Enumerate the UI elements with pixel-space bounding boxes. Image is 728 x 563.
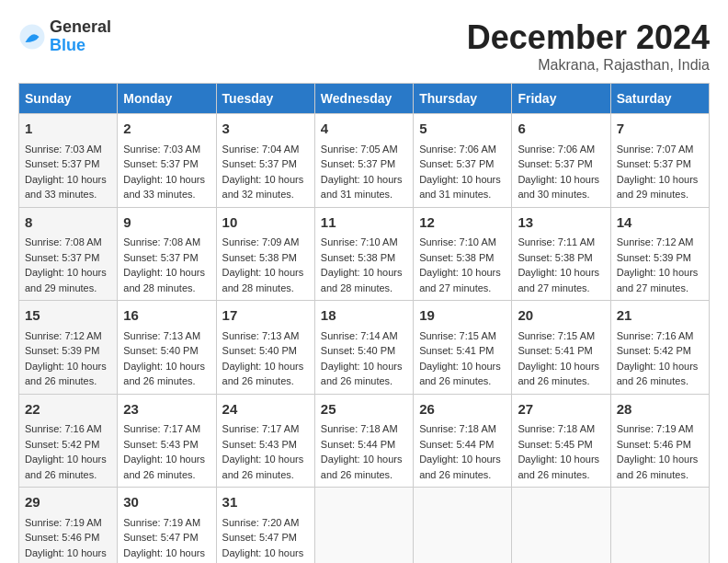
logo: General Blue <box>18 18 111 55</box>
day-info-line: Daylight: 10 hours <box>419 172 506 188</box>
calendar-cell: 17Sunrise: 7:13 AMSunset: 5:40 PMDayligh… <box>216 301 314 395</box>
calendar-cell: 22Sunrise: 7:16 AMSunset: 5:42 PMDayligh… <box>19 394 118 488</box>
month-title: December 2024 <box>467 18 710 57</box>
calendar-cell <box>610 488 709 564</box>
day-info-line: and 27 minutes. <box>419 281 506 296</box>
day-info-line: Daylight: 10 hours <box>123 359 210 374</box>
logo-text: General Blue <box>50 18 111 55</box>
day-number: 13 <box>518 213 604 234</box>
calendar-cell: 18Sunrise: 7:14 AMSunset: 5:40 PMDayligh… <box>314 301 413 395</box>
day-info-line: and 33 minutes. <box>123 187 210 202</box>
logo-line2: Blue <box>50 37 111 55</box>
day-info-line: Daylight: 10 hours <box>123 546 210 561</box>
day-info-line: and 28 minutes. <box>123 281 210 296</box>
day-info-line: Sunset: 5:40 PM <box>321 343 407 359</box>
day-number: 11 <box>321 213 407 234</box>
weekday-header-wednesday: Wednesday <box>314 84 413 114</box>
calendar-cell: 3Sunrise: 7:04 AMSunset: 5:37 PMDaylight… <box>216 114 314 208</box>
calendar-cell: 30Sunrise: 7:19 AMSunset: 5:47 PMDayligh… <box>118 488 216 564</box>
day-info-line: and 26 minutes. <box>419 373 506 389</box>
day-number: 26 <box>419 399 506 420</box>
day-info-line: Sunrise: 7:19 AM <box>25 515 111 531</box>
day-info-line: Daylight: 10 hours <box>321 172 407 188</box>
calendar-cell: 29Sunrise: 7:19 AMSunset: 5:46 PMDayligh… <box>19 488 118 564</box>
day-info-line: Sunset: 5:37 PM <box>123 250 210 266</box>
day-number: 21 <box>617 305 703 327</box>
weekday-header-thursday: Thursday <box>414 84 512 114</box>
day-info-line: Sunset: 5:42 PM <box>617 343 703 359</box>
calendar-cell: 2Sunrise: 7:03 AMSunset: 5:37 PMDaylight… <box>118 114 216 208</box>
day-info-line: Sunset: 5:43 PM <box>222 437 309 453</box>
weekday-header-saturday: Saturday <box>610 84 709 114</box>
calendar-cell: 14Sunrise: 7:12 AMSunset: 5:39 PMDayligh… <box>610 207 709 301</box>
day-info-line: Sunrise: 7:05 AM <box>321 142 407 157</box>
day-number: 3 <box>222 119 309 140</box>
day-info-line: Sunset: 5:39 PM <box>617 250 703 266</box>
day-info-line: and 26 minutes. <box>25 467 111 483</box>
weekday-header-sunday: Sunday <box>19 84 118 114</box>
day-info-line: and 26 minutes. <box>518 373 604 389</box>
day-info-line: Sunset: 5:40 PM <box>123 343 210 359</box>
day-info-line: Sunset: 5:43 PM <box>123 437 210 453</box>
day-info-line: and 26 minutes. <box>321 373 407 389</box>
calendar-cell <box>314 488 413 564</box>
day-number: 22 <box>25 399 111 420</box>
calendar-cell: 1Sunrise: 7:03 AMSunset: 5:37 PMDaylight… <box>19 114 118 208</box>
day-number: 12 <box>419 213 506 234</box>
day-info-line: Daylight: 10 hours <box>123 265 210 281</box>
day-number: 2 <box>123 119 210 140</box>
calendar-cell: 24Sunrise: 7:17 AMSunset: 5:43 PMDayligh… <box>216 394 314 488</box>
day-info-line: Daylight: 10 hours <box>25 265 111 281</box>
day-info-line: Daylight: 10 hours <box>222 172 309 188</box>
day-info-line: Sunset: 5:37 PM <box>617 156 703 172</box>
day-info-line: Sunrise: 7:16 AM <box>617 328 703 344</box>
day-info-line: and 29 minutes. <box>617 187 703 202</box>
day-info-line: Sunset: 5:37 PM <box>419 156 506 172</box>
weekday-header-row: SundayMondayTuesdayWednesdayThursdayFrid… <box>19 84 710 114</box>
day-info-line: Sunrise: 7:17 AM <box>222 421 309 437</box>
calendar-cell: 11Sunrise: 7:10 AMSunset: 5:38 PMDayligh… <box>314 207 413 301</box>
weekday-header-friday: Friday <box>512 84 610 114</box>
day-info-line: Daylight: 10 hours <box>25 172 111 188</box>
day-info-line: Daylight: 10 hours <box>222 546 309 561</box>
weekday-header-tuesday: Tuesday <box>216 84 314 114</box>
day-info-line: Sunrise: 7:07 AM <box>617 142 703 157</box>
day-info-line: Sunset: 5:45 PM <box>518 437 604 453</box>
day-info-line: Sunrise: 7:06 AM <box>518 142 604 157</box>
day-info-line: Sunset: 5:37 PM <box>222 156 309 172</box>
calendar-table: SundayMondayTuesdayWednesdayThursdayFrid… <box>18 83 710 563</box>
day-info-line: Daylight: 10 hours <box>518 452 604 467</box>
calendar-cell: 8Sunrise: 7:08 AMSunset: 5:37 PMDaylight… <box>19 207 118 301</box>
day-info-line: and 32 minutes. <box>222 187 309 202</box>
day-info-line: Daylight: 10 hours <box>222 452 309 467</box>
day-info-line: Sunset: 5:38 PM <box>321 250 407 266</box>
day-info-line: Daylight: 10 hours <box>25 359 111 374</box>
day-info-line: and 33 minutes. <box>25 187 111 202</box>
day-info-line: Sunset: 5:47 PM <box>123 530 210 546</box>
day-info-line: and 31 minutes. <box>419 187 506 202</box>
day-number: 1 <box>25 119 111 140</box>
day-number: 7 <box>617 119 703 140</box>
calendar-cell: 25Sunrise: 7:18 AMSunset: 5:44 PMDayligh… <box>314 394 413 488</box>
calendar-cell: 16Sunrise: 7:13 AMSunset: 5:40 PMDayligh… <box>118 301 216 395</box>
day-info-line: Sunrise: 7:04 AM <box>222 142 309 157</box>
day-info-line: Sunrise: 7:03 AM <box>123 142 210 157</box>
weekday-header-monday: Monday <box>118 84 216 114</box>
day-info-line: Sunset: 5:47 PM <box>222 530 309 546</box>
day-info-line: and 26 minutes. <box>518 467 604 483</box>
week-row-2: 8Sunrise: 7:08 AMSunset: 5:37 PMDaylight… <box>19 207 710 301</box>
day-info-line: and 28 minutes. <box>321 281 407 296</box>
day-number: 16 <box>123 305 210 327</box>
day-info-line: Sunrise: 7:17 AM <box>123 421 210 437</box>
calendar-cell: 4Sunrise: 7:05 AMSunset: 5:37 PMDaylight… <box>314 114 413 208</box>
day-info-line: and 26 minutes. <box>123 373 210 389</box>
day-info-line: Sunset: 5:41 PM <box>419 343 506 359</box>
day-info-line: Daylight: 10 hours <box>419 452 506 467</box>
day-info-line: and 28 minutes. <box>222 281 309 296</box>
day-info-line: and 26 minutes. <box>123 467 210 483</box>
day-info-line: Sunset: 5:38 PM <box>222 250 309 266</box>
day-info-line: and 29 minutes. <box>25 281 111 296</box>
calendar-cell: 15Sunrise: 7:12 AMSunset: 5:39 PMDayligh… <box>19 301 118 395</box>
day-number: 17 <box>222 305 309 327</box>
day-info-line: Sunrise: 7:13 AM <box>123 328 210 344</box>
